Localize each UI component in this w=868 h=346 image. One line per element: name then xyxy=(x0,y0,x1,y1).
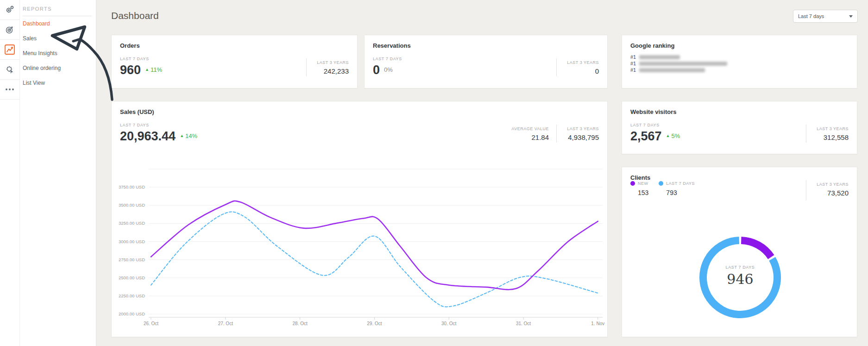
donut-center: LAST 7 DAYS 946 xyxy=(699,265,781,287)
sales-3years-value: 4,938,795 xyxy=(564,133,599,141)
clients-donut-chart: LAST 7 DAYS 946 xyxy=(699,236,781,319)
legend-last7days-label: LAST 7 DAYS xyxy=(666,181,695,186)
visitors-delta: 5% xyxy=(672,132,680,139)
svg-text:3500.00 USD: 3500.00 USD xyxy=(119,202,145,208)
orders-card: Orders LAST 7 DAYS 960 ▲11% LAST 3 YEARS… xyxy=(111,35,358,88)
svg-text:26. Oct: 26. Oct xyxy=(144,321,158,326)
ranking-row: #1 xyxy=(630,60,849,67)
reservations-delta: 0% xyxy=(384,66,393,74)
sales-3years-stat: LAST 3 YEARS 4,938,795 xyxy=(556,125,599,143)
orders-3years-label: LAST 3 YEARS xyxy=(314,60,349,65)
google-ranking-card: Google ranking #1 #1 #1 xyxy=(622,35,857,88)
sales-line-chart: 2000.00 USD2250.00 USD2500.00 USD2750.00… xyxy=(112,152,608,338)
rail-item-settings[interactable] xyxy=(0,0,19,20)
visitors-value: 2,567 xyxy=(630,130,662,143)
rank-position: #1 xyxy=(630,67,636,73)
rail-item-insights[interactable] xyxy=(0,40,19,60)
menu-section-label: REPORTS xyxy=(23,6,92,12)
up-arrow-icon: ▲ xyxy=(180,134,184,138)
rail-item-automation[interactable] xyxy=(0,60,19,80)
app-root: REPORTS Dashboard Sales Menu Insights On… xyxy=(0,0,868,346)
reservations-3years-stat: LAST 3 YEARS 0 xyxy=(556,58,599,76)
settings-gears-icon xyxy=(5,5,15,15)
svg-text:3750.00 USD: 3750.00 USD xyxy=(119,184,145,189)
icon-rail xyxy=(0,0,20,346)
goals-target-icon xyxy=(5,25,15,35)
sidebar-item-dashboard[interactable]: Dashboard xyxy=(23,16,96,31)
sales-main-stat: LAST 7 DAYS 20,963.44 ▲14% xyxy=(120,123,197,143)
svg-text:3250.00 USD: 3250.00 USD xyxy=(119,220,145,226)
sales-average-stat: AVERAGE VALUE 21.84 xyxy=(504,125,549,143)
visitors-card-title: Website visitors xyxy=(622,101,857,115)
svg-text:2000.00 USD: 2000.00 USD xyxy=(119,311,145,316)
sidebar-item-list-view[interactable]: List View xyxy=(23,75,96,90)
svg-text:2250.00 USD: 2250.00 USD xyxy=(119,293,145,298)
blurred-keyword xyxy=(639,68,705,72)
visitors-period-label: LAST 7 DAYS xyxy=(630,123,680,127)
sidebar-item-sales[interactable]: Sales xyxy=(23,31,96,46)
orders-period-label: LAST 7 DAYS xyxy=(120,57,162,61)
google-ranking-title: Google ranking xyxy=(622,35,857,49)
visitors-3years-label: LAST 3 YEARS xyxy=(814,126,849,131)
sales-card: Sales (USD) LAST 7 DAYS 20,963.44 ▲14% A… xyxy=(111,101,608,337)
svg-text:2500.00 USD: 2500.00 USD xyxy=(119,275,145,280)
ranking-row: #1 xyxy=(630,54,849,60)
svg-text:28. Oct: 28. Oct xyxy=(292,321,307,326)
sales-period-label: LAST 7 DAYS xyxy=(120,123,197,127)
clients-legend: NEW 153 LAST 7 DAYS 793 xyxy=(630,181,695,196)
orders-main-stat: LAST 7 DAYS 960 ▲11% xyxy=(120,57,162,76)
reservations-3years-value: 0 xyxy=(564,67,599,75)
orders-delta: 11% xyxy=(151,66,162,73)
sales-card-title: Sales (USD) xyxy=(112,101,607,115)
legend-last7days-value: 793 xyxy=(666,189,695,196)
rail-item-goals[interactable] xyxy=(0,20,19,40)
sidebar-item-online-ordering[interactable]: Online ordering xyxy=(23,61,96,75)
svg-text:2750.00 USD: 2750.00 USD xyxy=(119,257,145,262)
clients-3years-label: LAST 3 YEARS xyxy=(814,182,849,187)
legend-item-last7days: LAST 7 DAYS 793 xyxy=(659,181,695,196)
svg-text:27. Oct: 27. Oct xyxy=(218,321,233,326)
ranking-row: #1 xyxy=(630,67,849,73)
reservations-period-label: LAST 7 DAYS xyxy=(373,57,402,61)
svg-text:1. Nov: 1. Nov xyxy=(591,321,604,326)
orders-3years-value: 242,233 xyxy=(314,67,349,75)
orders-card-title: Orders xyxy=(112,35,357,49)
visitors-delta-badge: ▲5% xyxy=(666,132,680,140)
reservations-card: Reservations LAST 7 DAYS 0 0% LAST 3 YEA… xyxy=(364,35,608,88)
sales-average-label: AVERAGE VALUE xyxy=(511,126,549,131)
svg-text:3000.00 USD: 3000.00 USD xyxy=(119,239,145,244)
sales-delta-badge: ▲14% xyxy=(180,132,197,140)
more-options-icon xyxy=(5,88,14,91)
rail-item-more[interactable] xyxy=(0,80,19,100)
blue-dot-icon xyxy=(659,181,663,186)
orders-3years-stat: LAST 3 YEARS 242,233 xyxy=(306,58,349,76)
reservations-card-title: Reservations xyxy=(365,35,607,49)
svg-text:30. Oct: 30. Oct xyxy=(441,321,456,326)
clients-3years-stat: LAST 3 YEARS 73,520 xyxy=(806,180,849,201)
sales-value: 20,963.44 xyxy=(120,130,176,143)
visitors-main-stat: LAST 7 DAYS 2,567 ▲5% xyxy=(630,123,680,143)
sidebar-item-menu-insights[interactable]: Menu Insights xyxy=(23,46,96,61)
donut-center-label: LAST 7 DAYS xyxy=(699,265,781,270)
page-title: Dashboard xyxy=(111,10,159,21)
orders-delta-badge: ▲11% xyxy=(145,66,162,74)
rank-position: #1 xyxy=(630,54,636,60)
clients-card: Clients NEW 153 LAST 7 DAYS 793 LAST 3 Y… xyxy=(622,167,857,337)
blurred-keyword xyxy=(639,62,727,66)
legend-item-new: NEW 153 xyxy=(630,181,648,196)
reservations-main-stat: LAST 7 DAYS 0 0% xyxy=(373,57,402,76)
clients-card-title: Clients xyxy=(622,167,857,181)
rank-position: #1 xyxy=(630,61,636,66)
svg-text:29. Oct: 29. Oct xyxy=(367,321,382,326)
blurred-keyword xyxy=(639,55,680,59)
up-arrow-icon: ▲ xyxy=(145,68,149,72)
visitors-3years-stat: LAST 3 YEARS 312,558 xyxy=(806,125,849,143)
sidebar: REPORTS Dashboard Sales Menu Insights On… xyxy=(0,0,96,346)
visitors-3years-value: 312,558 xyxy=(814,133,849,141)
up-arrow-icon: ▲ xyxy=(666,134,670,138)
donut-center-value: 946 xyxy=(699,271,781,287)
date-range-select[interactable]: Last 7 days xyxy=(793,10,858,23)
reservations-value: 0 xyxy=(373,63,380,76)
clients-3years-value: 73,520 xyxy=(814,189,849,197)
chevron-down-icon xyxy=(849,15,853,18)
